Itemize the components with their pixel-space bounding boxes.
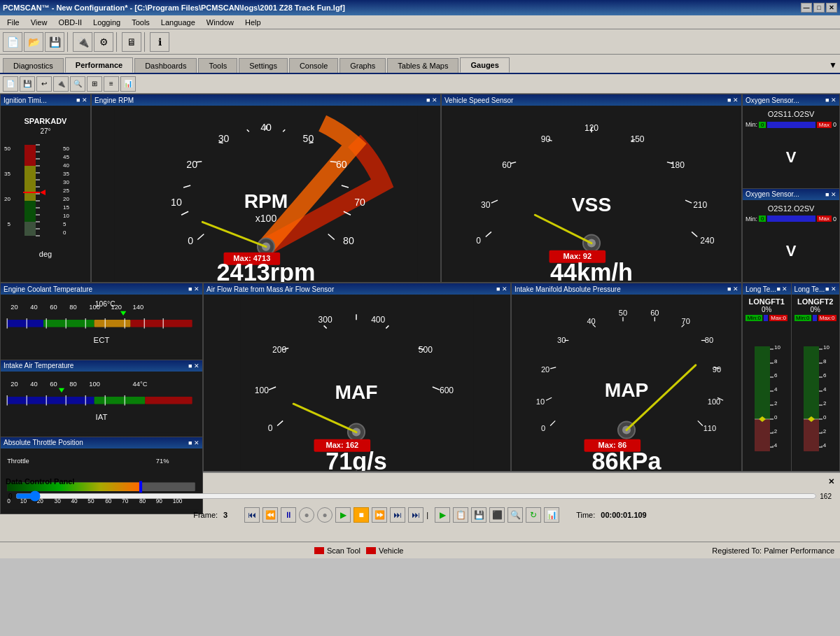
export-button[interactable]: ⬛ [489,507,505,523]
svg-text:8: 8 [774,358,778,365]
chart-button[interactable]: 📊 [544,507,559,523]
svg-text:40: 40 [587,317,595,325]
skip-start-button[interactable]: ⏮ [244,507,260,523]
o2s11-panel: Oxygen Sensor... ■ ✕ O2S11.O2SV Min: 0 M… [742,94,840,189]
sub-chart-button[interactable]: 📊 [120,76,136,92]
menu-file[interactable]: File [1,17,25,28]
sub-open-button[interactable]: 💾 [20,76,35,92]
fastforward-button[interactable]: ⏩ [372,507,387,523]
sub-connect-button[interactable]: 🔌 [53,76,69,92]
sub-scan-button[interactable]: 🔍 [70,76,85,92]
sub-new-button[interactable]: 📄 [3,76,18,92]
tab-console[interactable]: Console [289,58,338,73]
vss-title: Vehicle Speed Sensor [444,97,727,104]
svg-rect-128 [94,397,146,404]
menu-language[interactable]: Language [155,17,201,28]
registered-label: Registered To: Palmer Performance [712,546,834,555]
settings-button[interactable]: ⚙ [94,32,113,52]
new-button[interactable]: 📄 [3,32,22,52]
ect-win-btns: ■ ✕ [188,285,200,292]
play2-button[interactable]: ▶ [435,507,450,523]
dcp-close-button[interactable]: ✕ [828,477,834,486]
rewind-button[interactable]: ⏪ [262,507,278,523]
tab-performance[interactable]: Performance [65,57,133,73]
svg-text:2413rpm: 2413rpm [217,259,316,282]
monitor-button[interactable]: 🖥 [122,32,141,52]
gauge-area: Ignition Timi... ■ ✕ SPARKADV 27° 50 45 … [0,94,840,472]
menu-tools[interactable]: Tools [126,17,155,28]
record-button[interactable]: ● [299,507,314,523]
svg-text:240: 240 [700,236,714,246]
ignition-titlebar: Ignition Timi... ■ ✕ [1,94,90,106]
info-button[interactable]: ℹ [150,32,169,52]
sub-save-button[interactable]: ↩ [36,76,52,92]
save-log-button[interactable]: 💾 [471,507,486,523]
svg-text:-4: -4 [821,442,827,448]
pause-button[interactable]: ⏸ [281,507,296,523]
dcp-timeline-slider[interactable] [15,490,818,502]
skip-end2-button[interactable]: ⏭ [408,507,424,523]
open-button[interactable]: 📂 [24,32,43,52]
longft2-name: LONGFT2 [797,297,833,306]
tab-dashboards[interactable]: Dashboards [134,58,197,73]
o2s11-max-num: 0 [833,121,836,128]
tab-settings[interactable]: Settings [239,58,288,73]
close-button[interactable]: ✕ [826,3,837,13]
svg-text:100: 100 [708,397,720,406]
skip-end-button[interactable]: ⏭ [390,507,405,523]
rpm-gauge-content: 0 10 20 30 40 50 60 70 80 [92,106,440,282]
maximize-button[interactable]: □ [813,3,825,13]
menu-view[interactable]: View [25,17,53,28]
sub-list-button[interactable]: ≡ [104,76,119,92]
svg-text:ECT: ECT [94,336,110,344]
record2-button[interactable]: ● [317,507,332,523]
menu-help[interactable]: Help [239,17,267,28]
play-button[interactable]: ▶ [335,507,351,523]
svg-text:2: 2 [774,400,778,407]
tab-gauges[interactable]: Gauges [460,57,509,73]
copy-button[interactable]: 📋 [453,507,468,523]
tab-graphs[interactable]: Graphs [340,58,386,73]
refresh-button[interactable]: ↻ [526,507,541,523]
menu-logging[interactable]: Logging [88,17,126,28]
o2s11-min-val: 0 [759,122,766,128]
svg-text:80: 80 [69,304,76,311]
svg-line-53 [218,142,223,143]
tab-diagnostics[interactable]: Diagnostics [3,58,64,73]
stop-button[interactable]: ■ [354,507,369,523]
o2s12-titlebar: Oxygen Sensor... ■ ✕ [743,189,839,200]
minimize-button[interactable]: — [801,3,812,13]
map-svg: 0 10 20 30 40 50 60 70 80 90 100 110 [512,295,741,471]
o2s12-min-label: Min: [746,215,757,222]
menu-window[interactable]: Window [201,17,239,28]
svg-text:RPM: RPM [244,190,288,212]
svg-text:6: 6 [823,372,827,379]
iat-content: 20 40 60 80 100 44°C [1,372,202,437]
svg-text:4: 4 [774,386,778,393]
svg-rect-21 [24,222,36,236]
tab-tools[interactable]: Tools [198,58,237,73]
svg-text:50: 50 [63,146,69,152]
ect-svg: 20 40 60 80 100 120 140 106°C [4,297,200,357]
frame-value: 3 [223,511,227,519]
menu-obd[interactable]: OBD-II [52,17,88,28]
tab-tables-maps[interactable]: Tables & Maps [387,58,458,73]
svg-text:110: 110 [704,424,716,432]
svg-text:150: 150 [630,134,644,144]
connect-button[interactable]: 🔌 [73,32,92,52]
svg-text:40: 40 [30,381,37,388]
zoom-button[interactable]: 🔍 [507,507,523,523]
sub-grid-button[interactable]: ⊞ [87,76,102,92]
map-gauge-win: Intake Manifold Absolute Pressure ■ ✕ 0 … [511,283,742,472]
save-button[interactable]: 💾 [45,32,64,52]
svg-text:60: 60 [336,159,347,170]
svg-text:Throttle: Throttle [7,457,29,464]
longft1-panel: Long Te... ■ ✕ LONGFT1 0% Min:0 Max:0 [742,283,792,472]
ignition-gauge-content: SPARKADV 27° 50 45 40 35 30 25 20 15 10 … [1,106,90,282]
svg-text:100: 100 [255,386,269,395]
svg-line-58 [330,162,337,162]
svg-text:180: 180 [671,160,685,170]
svg-text:-4: -4 [772,442,778,448]
tab-nav-right[interactable]: ▼ [829,60,837,73]
o2s11-value: V [786,148,797,167]
